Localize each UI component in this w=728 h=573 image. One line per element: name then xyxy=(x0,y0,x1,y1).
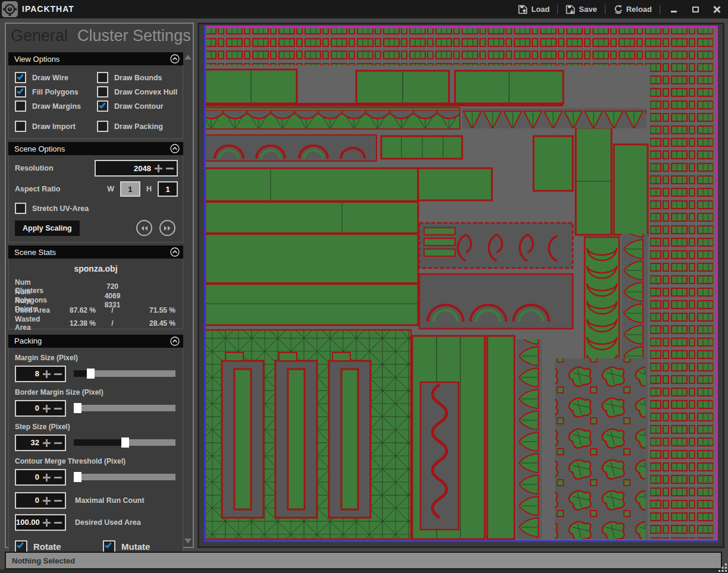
panel-title: Packing xyxy=(14,336,42,345)
apply-scaling-button[interactable]: Apply Scaling xyxy=(15,221,80,236)
panel-scene-stats: Scene Stats sponza.obj Num Clusters 720 … xyxy=(8,245,183,329)
maximize-icon xyxy=(692,7,699,12)
step-size-value: 32 xyxy=(16,438,42,447)
minus-icon[interactable] xyxy=(54,518,63,527)
plus-icon[interactable] xyxy=(42,496,52,505)
desired-used-area-value: 100.00 xyxy=(16,518,42,527)
checkbox-draw-packing[interactable]: Draw Packing xyxy=(97,119,179,133)
stat-row-wasted-area: Wasted Area 12.38 % / 28.45 % xyxy=(9,315,183,325)
close-button[interactable] xyxy=(709,3,724,16)
scene-filename: sponza.obj xyxy=(9,264,183,273)
margin-size-input[interactable]: 8 xyxy=(15,366,66,382)
separator xyxy=(557,5,558,14)
scroll-down-icon[interactable] xyxy=(184,539,192,543)
collapse-chevron-icon[interactable] xyxy=(170,144,180,153)
minus-icon[interactable] xyxy=(54,473,63,482)
checkbox-box xyxy=(15,72,26,83)
checkbox-label: Draw Import xyxy=(32,122,76,131)
slider-handle[interactable] xyxy=(121,437,129,448)
panel-header-scene-options[interactable]: Scene Options xyxy=(8,142,183,155)
scroll-up-icon[interactable] xyxy=(184,55,192,59)
stat-value: 87.62 % xyxy=(53,306,96,314)
stat-separator: / xyxy=(96,319,129,328)
uv-viewport[interactable] xyxy=(197,23,724,548)
checkbox-draw-convex-hull[interactable]: Draw Convex Hull xyxy=(97,85,179,99)
resolution-value: 2048 xyxy=(96,164,154,173)
slider-handle[interactable] xyxy=(74,472,81,482)
aspect-width-value: 1 xyxy=(128,185,132,194)
border-margin-size-value: 0 xyxy=(16,404,42,413)
resolution-label: Resolution xyxy=(15,164,95,172)
sidebar-tabs: General Cluster Settings xyxy=(6,24,193,51)
contour-merge-threshold-slider[interactable] xyxy=(74,474,175,480)
panel-title: View Options xyxy=(14,55,59,64)
contour-merge-threshold-value: 0 xyxy=(16,473,42,481)
sidebar: General Cluster Settings View Options Dr… xyxy=(5,23,194,548)
status-bar: Nothing Selected xyxy=(5,552,722,569)
stat-value: 720 xyxy=(96,282,129,291)
checkbox-draw-margins[interactable]: Draw Margins xyxy=(15,99,97,113)
resize-grip-icon[interactable] xyxy=(718,563,727,572)
collapse-chevron-icon[interactable] xyxy=(170,336,180,346)
load-button[interactable]: Load xyxy=(516,5,551,14)
border-margin-size-label: Border Margin Size (Pixel) xyxy=(15,388,178,396)
plus-icon[interactable] xyxy=(42,369,52,379)
sidebar-scrollbar[interactable] xyxy=(184,53,192,544)
aspect-height-input[interactable]: 1 xyxy=(158,181,178,197)
aspect-width-input[interactable]: 1 xyxy=(120,181,140,197)
checkbox-draw-import[interactable]: Draw Import xyxy=(15,119,97,133)
tab-cluster-settings[interactable]: Cluster Settings xyxy=(77,27,191,45)
double-arrow-left-icon xyxy=(140,225,148,231)
maximize-button[interactable] xyxy=(688,3,703,16)
reload-icon xyxy=(613,4,623,14)
slider-handle[interactable] xyxy=(74,403,81,413)
prev-uv-set-button[interactable] xyxy=(136,220,152,236)
plus-icon[interactable] xyxy=(154,163,164,173)
check-icon xyxy=(17,87,24,94)
save-button[interactable]: Save xyxy=(564,5,598,14)
slider-handle[interactable] xyxy=(87,369,95,379)
contour-merge-threshold-input[interactable]: 0 xyxy=(15,469,66,486)
plus-icon[interactable] xyxy=(42,473,52,482)
minus-icon[interactable] xyxy=(54,438,63,448)
checkbox-draw-bounds[interactable]: Draw Bounds xyxy=(97,71,179,84)
uv-canvas[interactable] xyxy=(199,24,723,546)
width-axis-label: W xyxy=(107,185,114,193)
step-size-input[interactable]: 32 xyxy=(15,435,66,451)
reload-button[interactable]: Reload xyxy=(611,4,654,14)
margin-size-slider[interactable] xyxy=(74,370,175,377)
minus-icon[interactable] xyxy=(54,404,63,413)
collapse-chevron-icon[interactable] xyxy=(170,54,180,64)
minus-icon[interactable] xyxy=(54,496,63,505)
checkbox-box xyxy=(15,86,26,97)
checkbox-fill-polygons[interactable]: Fill Polygons xyxy=(15,85,97,99)
slider-fill xyxy=(74,370,87,377)
maximal-run-count-input[interactable]: 0 xyxy=(15,492,66,509)
panel-header-view-options[interactable]: View Options xyxy=(8,52,183,65)
checkbox-draw-contour[interactable]: Draw Contour xyxy=(97,99,179,113)
desired-used-area-input[interactable]: 100.00 xyxy=(15,514,66,531)
border-margin-size-slider[interactable] xyxy=(74,405,175,411)
checkbox-label: Draw Wire xyxy=(32,74,68,82)
checkbox-draw-wire[interactable]: Draw Wire xyxy=(15,71,97,84)
tab-general[interactable]: General xyxy=(11,27,68,45)
margin-size-value: 8 xyxy=(16,369,42,378)
minus-icon[interactable] xyxy=(54,369,63,379)
panel-header-scene-stats[interactable]: Scene Stats xyxy=(8,245,183,259)
minus-icon[interactable] xyxy=(165,163,175,173)
stat-separator: / xyxy=(96,306,129,314)
slider-fill xyxy=(74,439,121,446)
resolution-input[interactable]: 2048 xyxy=(95,160,178,177)
step-size-slider[interactable] xyxy=(74,439,175,446)
plus-icon[interactable] xyxy=(42,404,52,413)
double-arrow-right-icon xyxy=(164,225,171,231)
panel-header-packing[interactable]: Packing xyxy=(8,335,183,348)
checkbox-stretch-uv-area[interactable]: Stretch UV-Area xyxy=(15,202,89,215)
plus-icon[interactable] xyxy=(42,518,52,527)
next-uv-set-button[interactable] xyxy=(159,220,175,236)
collapse-chevron-icon[interactable] xyxy=(170,247,180,257)
border-margin-size-input[interactable]: 0 xyxy=(15,400,66,417)
plus-icon[interactable] xyxy=(42,438,52,448)
minimize-icon xyxy=(671,11,677,12)
minimize-button[interactable] xyxy=(666,3,682,16)
